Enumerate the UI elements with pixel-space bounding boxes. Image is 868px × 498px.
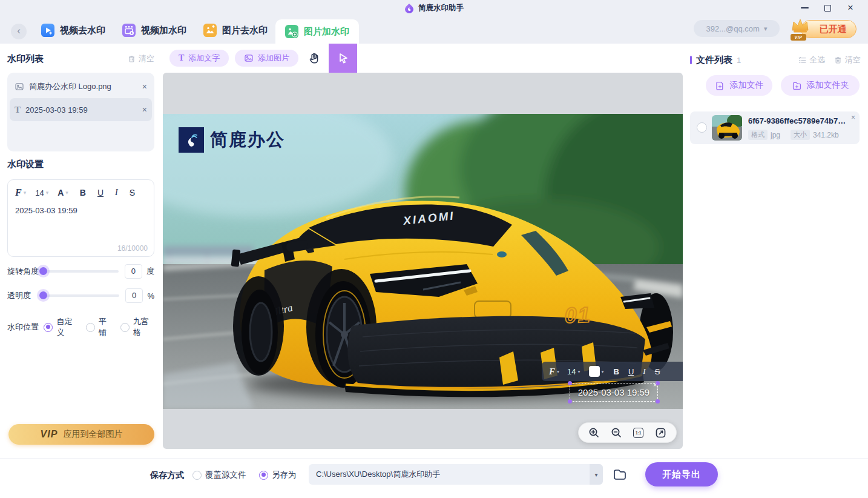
chevron-down-icon[interactable]: ▾ <box>24 190 27 196</box>
watermark-list-title: 水印列表 <box>7 53 44 65</box>
bold-button[interactable]: B <box>614 367 619 376</box>
resize-handle[interactable] <box>656 399 660 403</box>
chevron-down-icon[interactable]: ▾ <box>578 369 580 374</box>
rotation-slider[interactable] <box>41 270 119 273</box>
italic-button[interactable]: I <box>115 188 118 198</box>
export-path-input[interactable]: C:\Users\XU\Desktop\简鹿水印助手 ▾ <box>309 464 603 485</box>
vip-status-badge[interactable]: 已开通 VIP <box>789 18 860 41</box>
account-dropdown[interactable]: 392...@qq.com ▾ <box>694 20 780 37</box>
path-dropdown-button[interactable]: ▾ <box>590 464 603 485</box>
fit-screen-button[interactable] <box>654 426 667 439</box>
opacity-value-input[interactable]: 0 <box>125 288 143 303</box>
select-all-button[interactable]: 全选 <box>798 55 825 65</box>
radio-tile[interactable] <box>86 323 95 332</box>
file-checkbox[interactable] <box>697 122 707 133</box>
image-watermark-icon <box>15 82 24 91</box>
tab-image-remove-watermark[interactable]: 图片去水印 <box>203 23 268 38</box>
position-option-tile[interactable]: 平铺 <box>86 316 113 338</box>
strikethrough-button[interactable]: S <box>130 188 135 198</box>
radio-custom[interactable] <box>44 323 53 332</box>
apply-to-all-label: 应用到全部图片 <box>63 429 122 440</box>
export-path-value: C:\Users\XU\Desktop\简鹿水印助手 <box>316 464 582 485</box>
strikethrough-button[interactable]: S <box>655 367 660 376</box>
resize-handle[interactable] <box>568 381 572 385</box>
font-family-button[interactable]: F <box>549 367 555 377</box>
hand-tool-button[interactable] <box>306 50 322 66</box>
rotation-value-input[interactable]: 0 <box>125 264 142 279</box>
radio-save-as[interactable] <box>259 471 268 480</box>
tab-label: 图片加水印 <box>304 26 349 38</box>
remove-text-watermark-icon[interactable]: × <box>653 382 657 388</box>
tab-image-add-watermark-active[interactable]: 图片加水印 <box>275 19 359 44</box>
watermark-item-image[interactable]: 简鹿办公水印 Logo.png × <box>10 75 152 98</box>
select-tool-button-active[interactable] <box>329 44 357 73</box>
add-file-label: 添加文件 <box>730 80 764 91</box>
apply-to-all-button[interactable]: VIP 应用到全部图片 <box>8 424 154 445</box>
file-list-title: 文件列表 <box>696 55 732 66</box>
watermark-clear-button[interactable]: 清空 <box>127 53 154 64</box>
add-folder-button[interactable]: 添加文件夹 <box>781 75 860 96</box>
watermark-item-text-selected[interactable]: T 2025-03-03 19:59 × <box>10 98 152 121</box>
radio-grid[interactable] <box>120 323 130 332</box>
image-remove-icon <box>203 24 217 37</box>
add-file-button[interactable]: 添加文件 <box>706 75 772 96</box>
close-button[interactable]: × <box>844 2 857 14</box>
browse-folder-button[interactable] <box>611 466 628 482</box>
watermark-text-input[interactable]: 2025-03-03 19:59 <box>15 206 146 215</box>
maximize-button[interactable] <box>821 2 834 14</box>
logo-watermark[interactable]: 简鹿办公 <box>179 127 285 153</box>
remove-file-icon[interactable]: × <box>851 113 855 122</box>
position-option-grid[interactable]: 九宫格 <box>120 316 154 338</box>
minimize-button[interactable] <box>798 2 811 14</box>
chevron-down-icon[interactable]: ▾ <box>46 190 49 196</box>
opacity-slider-thumb[interactable] <box>39 291 47 299</box>
preview-canvas: XIAOMI Ultra <box>163 73 683 449</box>
file-clear-button[interactable]: 清空 <box>833 55 861 65</box>
zoom-actual-size-button[interactable]: 1:1 <box>632 426 645 439</box>
underline-button[interactable]: U <box>628 367 634 376</box>
opacity-slider[interactable] <box>41 294 119 297</box>
back-button[interactable]: ‹ <box>11 24 27 39</box>
italic-button[interactable]: I <box>643 367 645 376</box>
add-image-button[interactable]: 添加图片 <box>235 50 298 67</box>
export-bar: 保存方式 覆盖源文件 另存为 C:\Users\XU\Desktop\简鹿水印助… <box>0 458 868 498</box>
font-color-button[interactable]: A <box>58 188 64 198</box>
remove-watermark-icon[interactable]: × <box>142 105 147 115</box>
text-watermark-selected[interactable]: 2025-03-03 19:59 × <box>570 383 658 402</box>
opacity-row: 透明度 0 % <box>7 288 154 303</box>
select-all-label: 全选 <box>809 55 825 65</box>
resize-handle[interactable] <box>568 399 572 403</box>
position-option-custom[interactable]: 自定义 <box>44 316 77 338</box>
format-tag: 格式 <box>748 130 768 140</box>
car-number: 01 <box>564 302 591 328</box>
overwrite-option[interactable]: 覆盖源文件 <box>192 470 246 480</box>
chevron-down-icon[interactable]: ▾ <box>557 369 559 374</box>
tab-video-add-watermark[interactable]: 视频加水印 <box>122 23 186 38</box>
tab-video-remove-watermark[interactable]: 视频去水印 <box>41 23 105 38</box>
start-export-button[interactable]: 开始导出 <box>645 462 718 486</box>
font-size-button[interactable]: 14 <box>567 367 576 376</box>
radio-overwrite[interactable] <box>192 471 202 480</box>
underline-button[interactable]: U <box>97 188 104 198</box>
text-watermark-icon: T <box>15 105 21 115</box>
save-method-label: 保存方式 <box>150 470 184 481</box>
font-color-swatch[interactable] <box>589 366 600 377</box>
video-add-icon <box>122 24 136 37</box>
start-export-label: 开始导出 <box>662 469 701 480</box>
font-family-button[interactable]: F <box>15 187 22 198</box>
chevron-down-icon[interactable]: ▾ <box>65 190 68 196</box>
zoom-in-button[interactable] <box>588 426 601 439</box>
file-list-item[interactable]: 6f67-9386ffec5789e74b79f... × 格式 jpg 大小 … <box>690 111 860 144</box>
chevron-down-icon[interactable]: ▾ <box>602 369 604 374</box>
font-size-button[interactable]: 14 <box>35 188 44 198</box>
save-as-option[interactable]: 另存为 <box>259 470 297 480</box>
close-icon: × <box>847 3 853 13</box>
add-text-button[interactable]: T 添加文字 <box>169 50 229 67</box>
opacity-label: 透明度 <box>7 290 41 301</box>
remove-watermark-icon[interactable]: × <box>142 82 147 91</box>
file-panel: 文件列表 1 全选 清空 添加文件 添加文件夹 <box>690 53 861 453</box>
bold-button[interactable]: B <box>80 188 86 198</box>
position-label: 水印位置 <box>7 322 39 333</box>
rotation-slider-thumb[interactable] <box>39 267 47 275</box>
zoom-out-button[interactable] <box>610 426 623 439</box>
